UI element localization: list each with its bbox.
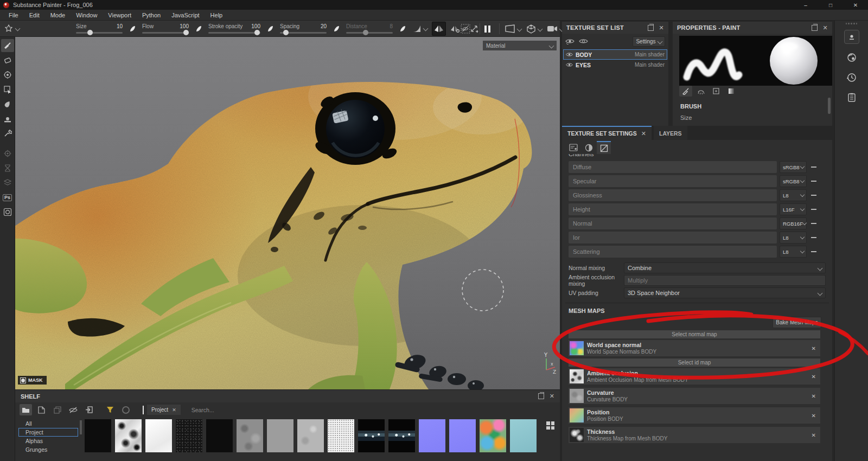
tool-shape-picker-icon[interactable] [3, 24, 20, 34]
particles-properties-tab-icon[interactable] [694, 86, 707, 97]
menu-item[interactable]: Python [137, 10, 166, 21]
mesh-map-thumbnail[interactable] [570, 408, 584, 422]
duplicate-resource-icon[interactable] [51, 404, 63, 415]
clear-map-icon[interactable]: ✕ [812, 374, 820, 380]
slider-value[interactable]: 100 [180, 23, 189, 29]
camera-icon[interactable] [546, 24, 564, 33]
mesh-map-row[interactable]: Curvature Curvature BODY ✕ [569, 388, 820, 404]
remove-channel-button[interactable] [807, 237, 821, 238]
channel-name-field[interactable]: Normal [569, 217, 777, 229]
channel-name-field[interactable]: Scattering [569, 246, 777, 258]
close-panel-icon[interactable]: ✕ [659, 24, 664, 31]
close-panel-icon[interactable]: ✕ [550, 393, 554, 400]
remove-channel-button[interactable] [807, 167, 821, 168]
float-panel-icon[interactable] [812, 25, 818, 31]
shelf-asset-thumbnail[interactable] [419, 419, 445, 452]
channel-format-dropdown[interactable]: L8 [780, 232, 807, 244]
brush-preview-icon[interactable] [398, 24, 408, 34]
channel-name-field[interactable]: Specular [569, 175, 777, 187]
import-resources-icon[interactable] [82, 404, 95, 415]
mesh-map-row[interactable]: Ambient occlusion Ambient Occlusion Map … [569, 368, 820, 385]
shelf-header[interactable]: SHELF ✕ [15, 390, 560, 402]
shelf-asset-thumbnail[interactable] [358, 419, 385, 452]
shelf-asset-thumbnail[interactable] [267, 419, 293, 452]
dock-grip[interactable] [846, 23, 858, 24]
visibility-eye-icon[interactable] [566, 62, 573, 68]
menu-item[interactable]: Window [71, 10, 103, 21]
iray-render-icon[interactable] [1, 206, 14, 219]
new-resource-icon[interactable] [35, 404, 48, 415]
clear-map-icon[interactable]: ✕ [812, 413, 820, 419]
clear-map-icon[interactable]: ✕ [812, 432, 820, 438]
mesh-map-thumbnail[interactable] [570, 369, 584, 383]
world-space-normal-row[interactable]: World space normal World Space Normals B… [569, 340, 820, 356]
mesh-map-thumbnail[interactable] [570, 341, 584, 355]
slider-value[interactable]: 10 [117, 23, 123, 29]
material-properties-tab-icon[interactable] [725, 86, 738, 97]
log-icon[interactable] [845, 91, 859, 104]
slider-handle[interactable] [183, 30, 189, 35]
shelf-category[interactable]: Alphas [18, 437, 78, 445]
scrollbar[interactable] [80, 420, 82, 434]
texture-set-row[interactable]: EYES Main shader [563, 60, 667, 70]
channel-format-dropdown[interactable]: sRGB8 [780, 175, 807, 187]
projection-tool-icon[interactable] [1, 68, 14, 81]
eraser-tool-icon[interactable] [1, 54, 14, 67]
symmetry-icon[interactable] [432, 22, 446, 36]
close-button[interactable]: ✕ [843, 0, 868, 10]
shelf-asset-thumbnail[interactable] [176, 419, 202, 452]
float-panel-icon[interactable] [538, 393, 544, 399]
shader-subtab-icon[interactable] [582, 141, 596, 154]
shelf-asset-thumbnail[interactable] [510, 419, 537, 452]
hide-resources-eye-icon[interactable] [67, 404, 79, 415]
channel-format-dropdown[interactable]: L8 [780, 246, 807, 258]
menu-item[interactable]: Viewport [103, 10, 137, 21]
filter-funnel-icon[interactable] [104, 404, 116, 415]
solo-visibility-eye-icon[interactable] [579, 38, 588, 46]
slider-handle[interactable] [254, 30, 260, 35]
remove-filter-icon[interactable]: ✕ [172, 407, 176, 413]
select-id-map-button[interactable]: Select id map [569, 358, 820, 367]
shelf-asset-thumbnail[interactable] [480, 419, 506, 452]
channel-format-dropdown[interactable]: L16F [780, 203, 807, 215]
shelf-asset-thumbnail[interactable] [297, 419, 324, 452]
shelf-asset-thumbnail[interactable] [115, 419, 142, 452]
slider-track[interactable] [208, 32, 260, 34]
particles-tool-icon[interactable] [1, 147, 14, 160]
shelf-asset-thumbnail[interactable] [449, 419, 476, 452]
minimize-button[interactable]: – [793, 0, 818, 10]
texture-set-list-header[interactable]: TEXTURE SET LIST ✕ [562, 22, 668, 34]
slider-track[interactable] [142, 32, 189, 34]
channel-name-field[interactable]: Height [569, 203, 777, 215]
close-panel-icon[interactable]: ✕ [823, 24, 828, 31]
shelf-category[interactable]: All [18, 419, 78, 428]
shelf-asset-thumbnail[interactable] [328, 419, 354, 452]
shelf-asset-thumbnail[interactable] [145, 419, 172, 452]
shelf-asset-thumbnail[interactable] [237, 419, 263, 452]
close-tab-icon[interactable]: ✕ [641, 130, 646, 137]
slider-handle[interactable] [87, 30, 93, 35]
menu-item[interactable]: Help [205, 10, 228, 21]
brush-preview-icon[interactable] [332, 24, 342, 34]
sync-visibility-eye-icon[interactable] [565, 38, 575, 46]
scrollbar[interactable] [828, 98, 831, 114]
shader-settings-icon[interactable] [845, 51, 859, 64]
shelf-category[interactable]: Grunges [18, 445, 78, 454]
stencil-properties-tab-icon[interactable] [710, 86, 723, 97]
paint-tool-icon[interactable] [1, 39, 14, 52]
slider-handle[interactable] [363, 30, 368, 35]
channels-subtab-icon[interactable] [597, 141, 611, 154]
menu-item[interactable]: Mode [45, 10, 71, 21]
hourglass-tool-icon[interactable] [1, 162, 14, 175]
search-input[interactable] [190, 406, 301, 414]
clone-stamp-tool-icon[interactable] [1, 112, 14, 125]
channel-name-field[interactable]: Diffuse [569, 161, 777, 173]
grid-view-icon[interactable] [546, 421, 554, 430]
shelf-asset-thumbnail[interactable] [85, 419, 111, 452]
falloff-curve-icon[interactable] [412, 24, 427, 33]
remove-channel-button[interactable] [807, 181, 821, 182]
stencil-visibility-icon[interactable] [460, 23, 471, 34]
menu-item[interactable]: JavaScript [166, 10, 205, 21]
shelf-folder-icon[interactable] [20, 404, 32, 415]
brush-preview-icon[interactable] [128, 24, 138, 34]
